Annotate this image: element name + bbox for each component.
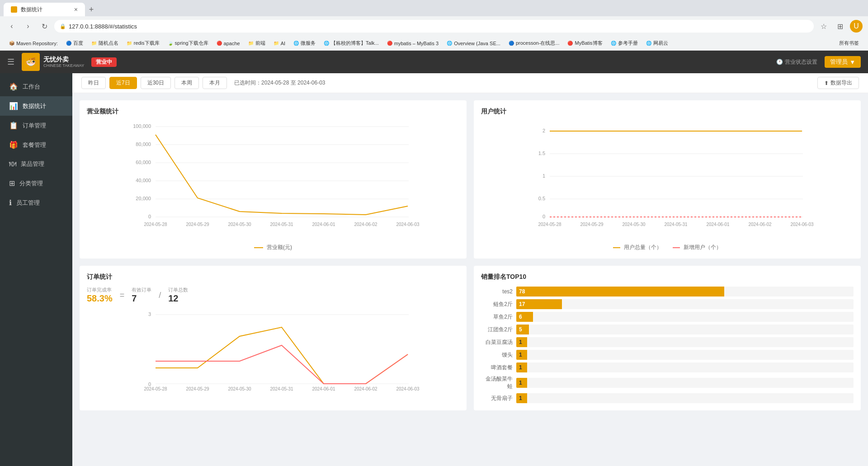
bookmark-microservice[interactable]: 🌐 微服务 xyxy=(290,39,319,47)
sidebar-item-orders[interactable]: 📋 订单管理 xyxy=(0,116,72,135)
sidebar-item-packages-label: 套餐管理 xyxy=(23,141,46,149)
sidebar-item-dishes[interactable]: 🍽 菜品管理 xyxy=(0,155,72,174)
bookmark-mybatis2-label: MyBatis博客 xyxy=(575,40,602,47)
total-users-legend-label: 用户总量（个） xyxy=(624,244,662,251)
user-chart-svg: 2 1.5 1 0.5 0 xyxy=(481,121,854,239)
ranking-count: 1 xyxy=(519,364,522,371)
bookmark-random[interactable]: 📁 随机点名 xyxy=(88,39,122,47)
new-tab-button[interactable]: + xyxy=(85,3,98,16)
time-btn-7days[interactable]: 近7日 xyxy=(109,77,137,89)
tab-bar: 数据统计 × + xyxy=(0,0,868,16)
svg-text:2024-05-30: 2024-05-30 xyxy=(228,386,251,391)
completion-rate-label: 订单完成率 xyxy=(87,287,113,293)
time-btn-week[interactable]: 本周 xyxy=(175,77,199,89)
svg-text:2024-06-01: 2024-06-01 xyxy=(706,222,730,227)
active-tab[interactable]: 数据统计 × xyxy=(4,3,85,16)
reload-button[interactable]: ↻ xyxy=(38,20,51,33)
ranking-item-name: 鲢鱼2斤 xyxy=(481,301,513,308)
order-divider2: / xyxy=(159,291,161,300)
bookmark-frontend-label: 前端 xyxy=(255,40,265,47)
extensions-button[interactable]: ⊞ xyxy=(834,20,846,33)
browser-controls: ‹ › ↻ 🔒 127.0.0.1:8888/#/statistics ☆ ⊞ … xyxy=(0,16,868,36)
svg-text:0: 0 xyxy=(542,214,545,219)
status-setting-button[interactable]: 🕐 营业状态设置 xyxy=(776,58,817,66)
ranking-bar-container: 1 xyxy=(516,337,854,347)
bookmark-maven[interactable]: 📦 Maven Repository: xyxy=(5,40,61,47)
menu-toggle-button[interactable]: ☰ xyxy=(7,57,14,67)
employees-icon: ℹ xyxy=(9,198,12,207)
back-button[interactable]: ‹ xyxy=(5,20,18,33)
bookmark-processon[interactable]: 🔵 processon-在线思... xyxy=(505,39,563,47)
bookmark-redis-label: redis下载库 xyxy=(134,40,160,47)
bookmark-java[interactable]: 🌐 Overview (Java SE... xyxy=(443,40,504,47)
svg-text:2024-05-31: 2024-05-31 xyxy=(664,222,688,227)
statistics-icon: 📊 xyxy=(9,102,18,110)
ranking-list-item: tes2 78 xyxy=(481,287,854,297)
ranking-bar-container: 1 xyxy=(516,393,854,403)
dishes-icon: 🍽 xyxy=(9,160,16,168)
all-bookmarks[interactable]: 所有书签 xyxy=(835,39,863,47)
ranking-list-item: 啤酒套餐 1 xyxy=(481,362,854,372)
svg-text:2024-06-01: 2024-06-01 xyxy=(312,222,335,227)
bookmark-mybatis[interactable]: 🔴 mybatis – MyBatis 3 xyxy=(383,40,442,47)
sidebar-item-packages[interactable]: 🎁 套餐管理 xyxy=(0,135,72,155)
time-btn-30days[interactable]: 近30日 xyxy=(141,77,171,89)
tab-close-button[interactable]: × xyxy=(74,6,78,13)
bookmark-ai[interactable]: 📁 AI xyxy=(270,40,289,47)
svg-text:2: 2 xyxy=(542,128,545,133)
bookmark-blog[interactable]: 🌐 【栋校的博客】Talk... xyxy=(320,39,382,47)
sidebar-item-employees[interactable]: ℹ 员工管理 xyxy=(0,193,72,212)
svg-text:3: 3 xyxy=(148,311,151,317)
sidebar-item-statistics[interactable]: 📊 数据统计 xyxy=(0,96,72,116)
bookmark-spring[interactable]: 🍃 spring下载仓库 xyxy=(164,39,212,47)
categories-icon: ⊞ xyxy=(9,179,15,188)
bookmark-baidu-label: 百度 xyxy=(73,40,83,47)
export-button[interactable]: ⬆ 数据导出 xyxy=(817,77,859,89)
svg-text:1: 1 xyxy=(542,173,545,179)
packages-icon: 🎁 xyxy=(9,141,18,149)
ranking-list-item: 草鱼2斤 6 xyxy=(481,312,854,322)
bookmark-netease[interactable]: 🌐 网易云 xyxy=(642,39,672,47)
time-btn-month[interactable]: 本月 xyxy=(203,77,227,89)
valid-order-stat: 有效订单 7 xyxy=(132,287,151,304)
bookmark-frontend[interactable]: 📁 前端 xyxy=(245,39,269,47)
ranking-item-name: 无骨扇子 xyxy=(481,395,513,402)
sidebar-item-workbench[interactable]: 🏠 工作台 xyxy=(0,77,72,96)
ranking-bar-container: 1 xyxy=(516,362,854,372)
address-bar[interactable]: 🔒 127.0.0.1:8888/#/statistics xyxy=(54,20,814,33)
ranking-list-item: 白菜豆腐汤 1 xyxy=(481,337,854,347)
bookmark-microservice-label: 微服务 xyxy=(301,40,316,47)
svg-text:2024-05-28: 2024-05-28 xyxy=(144,222,167,227)
bookmark-spring-label: spring下载仓库 xyxy=(175,40,208,47)
bookmark-redis[interactable]: 📁 redis下载库 xyxy=(123,39,163,47)
all-bookmarks-label: 所有书签 xyxy=(839,40,859,47)
bookmark-ref[interactable]: 🌐 参考手册 xyxy=(607,39,642,47)
user-arrow-icon: ▼ xyxy=(849,59,855,66)
svg-text:2024-06-03: 2024-06-03 xyxy=(396,222,420,227)
bookmark-apache[interactable]: 🔴 apache xyxy=(213,40,244,47)
total-order-label: 订单总数 xyxy=(168,287,188,293)
order-chart-title: 订单统计 xyxy=(87,273,459,281)
charts-grid: 营业额统计 100,000 80,000 60,000 40,000 20,00… xyxy=(72,93,868,418)
ranking-count: 6 xyxy=(519,314,522,320)
forward-button[interactable]: › xyxy=(22,20,34,33)
bookmark-mybatis2[interactable]: 🔴 MyBatis博客 xyxy=(564,39,606,47)
logo-image: 🍜 xyxy=(22,53,40,71)
svg-text:2024-05-31: 2024-05-31 xyxy=(270,222,293,227)
ranking-count: 1 xyxy=(519,380,522,386)
bookmark-star[interactable]: ☆ xyxy=(817,20,830,33)
main-content: 昨日 近7日 近30日 本周 本月 已选时间：2024-05-28 至 2024… xyxy=(72,73,868,466)
sidebar-item-categories[interactable]: ⊞ 分类管理 xyxy=(0,174,72,193)
ranking-chart-title: 销量排名TOP10 xyxy=(481,273,854,281)
bookmark-netease-label: 网易云 xyxy=(653,40,668,47)
user-menu-button[interactable]: 管理员 ▼ xyxy=(825,56,861,68)
ranking-list-item: 金汤酸菜牛蛙 1 xyxy=(481,375,854,391)
account-button[interactable]: U xyxy=(850,20,863,33)
ranking-item-name: 金汤酸菜牛蛙 xyxy=(481,375,513,391)
time-btn-yesterday[interactable]: 昨日 xyxy=(81,77,106,89)
user-chart-panel: 用户统计 2 1.5 1 0.5 0 xyxy=(474,100,861,259)
tab-favicon xyxy=(11,6,17,13)
bookmark-baidu[interactable]: 🔵 百度 xyxy=(62,39,87,47)
svg-text:80,000: 80,000 xyxy=(136,141,151,147)
bookmark-java-label: Overview (Java SE... xyxy=(454,41,500,46)
